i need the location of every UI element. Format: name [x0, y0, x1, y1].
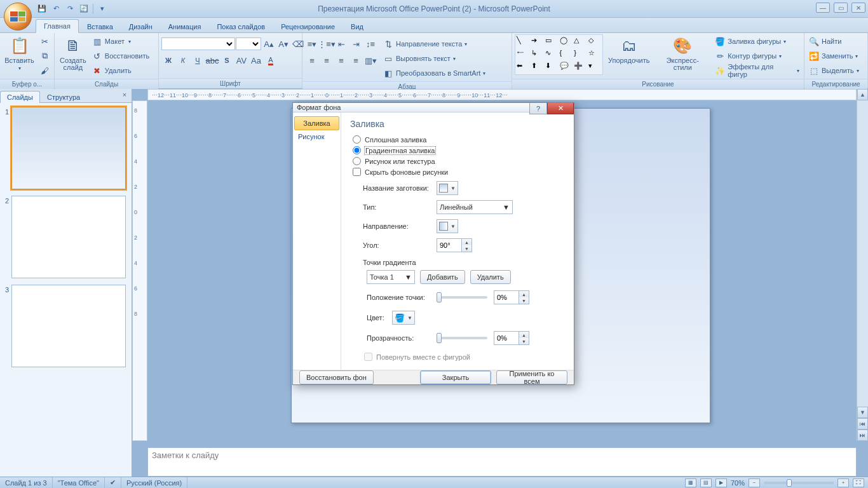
type-dropdown[interactable]: Линейный▼ [437, 200, 513, 214]
tab-insert[interactable]: Вставка [79, 20, 121, 33]
close-button[interactable]: ✕ [851, 3, 865, 13]
char-spacing-icon[interactable]: AV [234, 53, 248, 67]
prev-slide-icon[interactable]: ⏮ [857, 418, 868, 430]
shape-callout-icon[interactable]: 💬 [560, 62, 573, 73]
shape-arrow4-icon[interactable]: ⬇ [545, 62, 559, 73]
delete-stop-button[interactable]: Удалить [470, 270, 511, 284]
indent-dec-icon[interactable]: ⇤ [334, 37, 348, 51]
restore-bg-button[interactable]: Восстановить фон [299, 370, 374, 384]
align-right-icon[interactable]: ≡ [334, 53, 348, 67]
shape-rect-icon[interactable]: ▭ [545, 36, 559, 48]
dialog-nav-picture[interactable]: Рисунок [293, 130, 341, 143]
redo-icon[interactable]: ↷ [64, 3, 76, 15]
shape-plus-icon[interactable]: ➕ [574, 62, 587, 73]
office-button[interactable] [4, 3, 32, 30]
shape-brace-icon[interactable]: { [560, 49, 573, 60]
maximize-button[interactable]: ▭ [834, 3, 848, 13]
zoom-slider[interactable] [764, 482, 834, 484]
view-normal-icon[interactable]: ▦ [685, 478, 696, 487]
zoom-in-icon[interactable]: + [837, 478, 849, 487]
tab-home[interactable]: Главная [36, 19, 79, 33]
text-direction-button[interactable]: ⇅Направление текста▾ [381, 37, 487, 51]
shape-fill-button[interactable]: 🪣Заливка фигуры▾ [713, 34, 801, 48]
status-language[interactable]: Русский (Россия) [121, 477, 187, 488]
view-slideshow-icon[interactable]: ▶ [715, 478, 727, 487]
tab-review[interactable]: Рецензирование [273, 20, 342, 33]
change-case-icon[interactable]: Aa [249, 53, 263, 67]
repeat-icon[interactable]: 🔄 [78, 3, 90, 15]
preset-dropdown[interactable]: ▼ [437, 181, 458, 195]
underline-icon[interactable]: Ч [191, 53, 205, 67]
new-slide-button[interactable]: 🗎Создать слайд [57, 34, 89, 72]
italic-icon[interactable]: К [176, 53, 190, 67]
transparency-spinner[interactable]: ▲▼ [494, 331, 529, 345]
select-button[interactable]: ⬚Выделить▾ [807, 64, 861, 78]
shape-effects-button[interactable]: ✨Эффекты для фигур▾ [713, 64, 801, 78]
shape-star-icon[interactable]: ☆ [588, 49, 602, 60]
font-family-combo[interactable] [161, 37, 235, 50]
next-slide-icon[interactable]: ⏭ [857, 430, 868, 441]
checkbox-hide-bg[interactable]: Скрыть фоновые рисунки [353, 168, 565, 176]
zoom-out-icon[interactable]: − [749, 478, 760, 487]
save-icon[interactable]: 💾 [36, 3, 48, 15]
line-spacing-icon[interactable]: ↕≡ [363, 37, 377, 51]
panel-tab-slides[interactable]: Слайды [0, 91, 40, 103]
slide-thumbnail-1[interactable] [11, 107, 126, 189]
color-dropdown[interactable]: 🪣▼ [392, 311, 415, 325]
copy-button[interactable]: ⧉ [37, 49, 51, 63]
tab-view[interactable]: Вид [343, 20, 371, 33]
add-stop-button[interactable]: Добавить [420, 270, 465, 284]
position-slider[interactable] [437, 296, 487, 299]
close-dialog-button[interactable]: Закрыть [420, 370, 491, 384]
tab-animation[interactable]: Анимация [161, 20, 209, 33]
shape-triangle-icon[interactable]: △ [574, 36, 587, 48]
tab-slideshow[interactable]: Показ слайдов [209, 20, 273, 33]
strike-icon[interactable]: abc [205, 53, 219, 67]
align-text-button[interactable]: ▭Выровнять текст▾ [381, 51, 487, 65]
minimize-button[interactable]: — [816, 3, 830, 13]
slide-thumbnail-2[interactable] [11, 196, 126, 278]
format-painter-button[interactable]: 🖌 [37, 64, 51, 78]
radio-picture[interactable]: Рисунок или текстура [353, 157, 565, 165]
shape-diamond-icon[interactable]: ◇ [588, 36, 602, 48]
replace-button[interactable]: 🔁Заменить▾ [807, 49, 861, 63]
shapes-gallery[interactable]: ╲➔▭◯△◇ ⬳↳∿{}☆ ⬅⬆⬇💬➕▾ [515, 34, 603, 75]
font-color-icon[interactable]: A [264, 53, 278, 67]
delete-slide-button[interactable]: ✖Удалить [90, 64, 151, 78]
tab-design[interactable]: Дизайн [121, 20, 160, 33]
shape-more-icon[interactable]: ▾ [588, 62, 602, 73]
zoom-value[interactable]: 70% [731, 479, 745, 487]
slide-thumbnail-3[interactable] [11, 285, 126, 367]
reset-button[interactable]: ↺Восстановить [90, 49, 151, 63]
paste-button[interactable]: 📋Вставить▾ [3, 34, 36, 72]
arrange-button[interactable]: 🗂Упорядочить [606, 34, 652, 65]
shape-arrow-icon[interactable]: ➔ [531, 36, 545, 48]
panel-tab-outline[interactable]: Структура [40, 91, 87, 103]
panel-close-icon[interactable]: × [120, 91, 129, 100]
shadow-icon[interactable]: S [220, 53, 234, 67]
cut-button[interactable]: ✂ [37, 34, 51, 48]
position-spinner[interactable]: ▲▼ [494, 290, 529, 304]
radio-solid[interactable]: Сплошная заливка [353, 135, 565, 144]
layout-button[interactable]: ▥Макет▾ [90, 34, 151, 48]
stop-select[interactable]: Точка 1▼ [367, 270, 415, 284]
fit-window-icon[interactable]: ⛶ [853, 478, 864, 487]
find-button[interactable]: 🔍Найти [807, 34, 861, 48]
transparency-slider[interactable] [437, 337, 487, 339]
shape-arrow3-icon[interactable]: ⬆ [531, 62, 545, 73]
notes-pane[interactable]: Заметки к слайду [147, 447, 857, 477]
angle-spinner[interactable]: ▲▼ [437, 238, 472, 252]
bullets-icon[interactable]: ≡▾ [305, 37, 319, 51]
shape-line-icon[interactable]: ╲ [517, 36, 530, 48]
shape-brace2-icon[interactable]: } [574, 49, 587, 60]
grow-font-icon[interactable]: A▴ [262, 37, 276, 51]
apply-all-button[interactable]: Применить ко всем [496, 370, 567, 384]
shape-oval-icon[interactable]: ◯ [560, 36, 573, 48]
status-spellcheck[interactable]: ✔ [105, 477, 121, 488]
scroll-down-icon[interactable]: ▼ [857, 407, 868, 418]
undo-icon[interactable]: ↶ [50, 3, 62, 15]
scroll-up-icon[interactable]: ▲ [857, 89, 868, 100]
smartart-button[interactable]: ◧Преобразовать в SmartArt▾ [381, 66, 487, 80]
direction-dropdown[interactable]: ▼ [437, 219, 458, 233]
quick-styles-button[interactable]: 🎨Экспресс-стили [654, 34, 710, 72]
